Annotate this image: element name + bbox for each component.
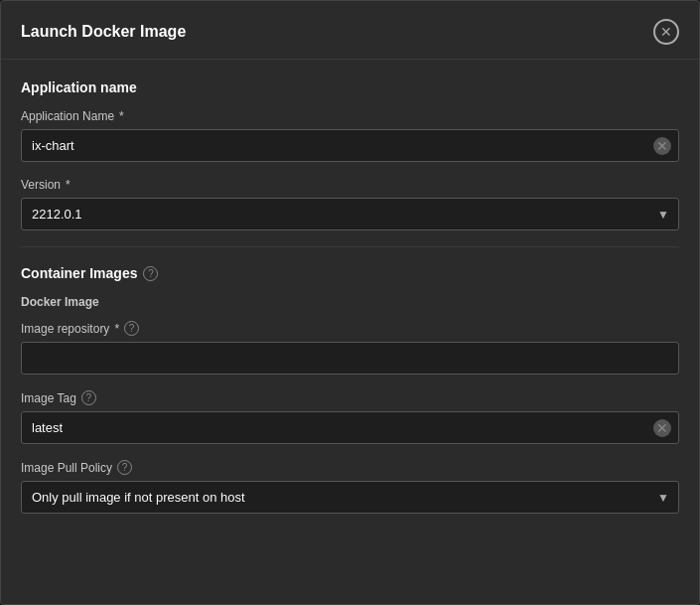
container-images-header: Container Images ?: [21, 265, 679, 281]
close-button[interactable]: ✕: [653, 19, 679, 45]
image-tag-field-group: Image Tag ? ✕: [21, 390, 679, 444]
app-name-label: Application Name*: [21, 109, 679, 123]
version-select-wrapper: 2212.0.1 ▼: [21, 198, 679, 230]
image-tag-help-icon[interactable]: ?: [81, 390, 96, 405]
app-name-field-group: Application Name* ✕: [21, 109, 679, 162]
dialog-body: Application name Application Name* ✕ Ver…: [1, 60, 699, 604]
image-pull-policy-field-group: Image Pull Policy ? Only pull image if n…: [21, 460, 679, 514]
app-name-input[interactable]: [21, 129, 679, 162]
version-select[interactable]: 2212.0.1: [21, 198, 679, 230]
container-images-section: Container Images ? Docker Image Image re…: [21, 265, 679, 514]
image-pull-policy-label: Image Pull Policy ?: [21, 460, 679, 475]
container-images-title: Container Images: [21, 265, 137, 281]
image-repository-field-group: Image repository* ?: [21, 321, 679, 375]
image-repository-input-wrapper: [21, 342, 679, 375]
image-repository-input[interactable]: [21, 342, 679, 375]
version-field-group: Version* 2212.0.1 ▼: [21, 178, 679, 230]
image-tag-input-wrapper: ✕: [21, 411, 679, 444]
version-label: Version*: [21, 178, 679, 192]
app-name-input-wrapper: ✕: [21, 129, 679, 162]
image-pull-policy-help-icon[interactable]: ?: [117, 460, 132, 475]
image-tag-label: Image Tag ?: [21, 390, 679, 405]
image-pull-policy-select[interactable]: Only pull image if not present on host A…: [21, 481, 679, 514]
image-repository-help-icon[interactable]: ?: [124, 321, 139, 336]
docker-image-subsection-title: Docker Image: [21, 295, 679, 309]
image-tag-clear-icon[interactable]: ✕: [653, 419, 671, 437]
app-name-clear-icon[interactable]: ✕: [653, 137, 671, 155]
container-images-help-icon[interactable]: ?: [143, 266, 158, 281]
dialog-title: Launch Docker Image: [21, 23, 186, 41]
dialog-header: Launch Docker Image ✕: [1, 1, 699, 60]
image-repository-label: Image repository* ?: [21, 321, 679, 336]
app-name-section-title: Application name: [21, 79, 679, 95]
app-name-section: Application name Application Name* ✕ Ver…: [21, 79, 679, 230]
image-pull-policy-select-wrapper: Only pull image if not present on host A…: [21, 481, 679, 514]
image-tag-input[interactable]: [21, 411, 679, 444]
section-divider: [21, 246, 679, 247]
close-icon: ✕: [660, 25, 672, 39]
launch-docker-dialog: Launch Docker Image ✕ Application name A…: [0, 0, 700, 605]
